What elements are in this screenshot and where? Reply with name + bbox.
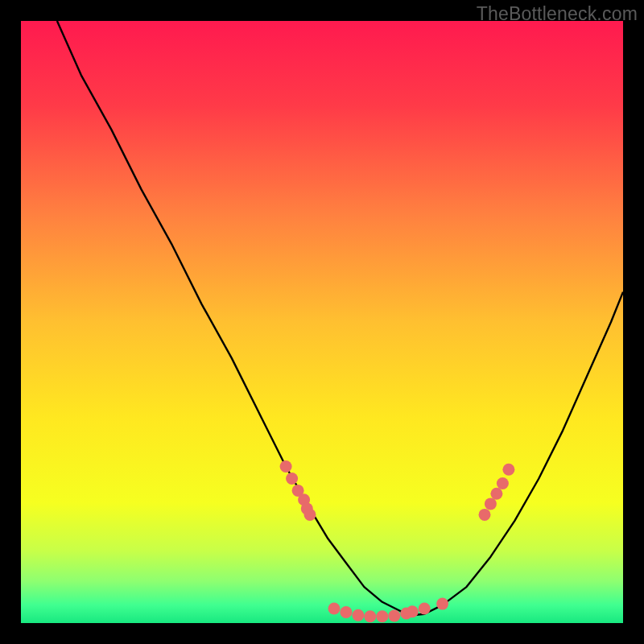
highlight-markers — [280, 460, 515, 622]
marker-dot — [352, 609, 364, 621]
marker-dot — [304, 509, 316, 521]
marker-dot — [376, 610, 388, 622]
curve-path — [57, 21, 623, 615]
marker-dot — [340, 606, 352, 618]
marker-dot — [490, 488, 502, 500]
marker-dot — [328, 603, 341, 615]
marker-dot — [479, 509, 491, 521]
marker-dot — [497, 477, 509, 489]
marker-dot — [280, 460, 292, 473]
marker-dot — [388, 610, 400, 622]
chart-overlay — [0, 0, 644, 644]
chart-container: TheBottleneck.com — [0, 0, 644, 644]
marker-dot — [436, 598, 448, 610]
marker-dot — [407, 605, 419, 617]
bottleneck-curve — [57, 21, 623, 615]
marker-dot — [286, 473, 298, 485]
marker-dot — [485, 497, 497, 510]
marker-dot — [502, 464, 514, 476]
marker-dot — [419, 603, 431, 615]
marker-dot — [364, 610, 376, 622]
